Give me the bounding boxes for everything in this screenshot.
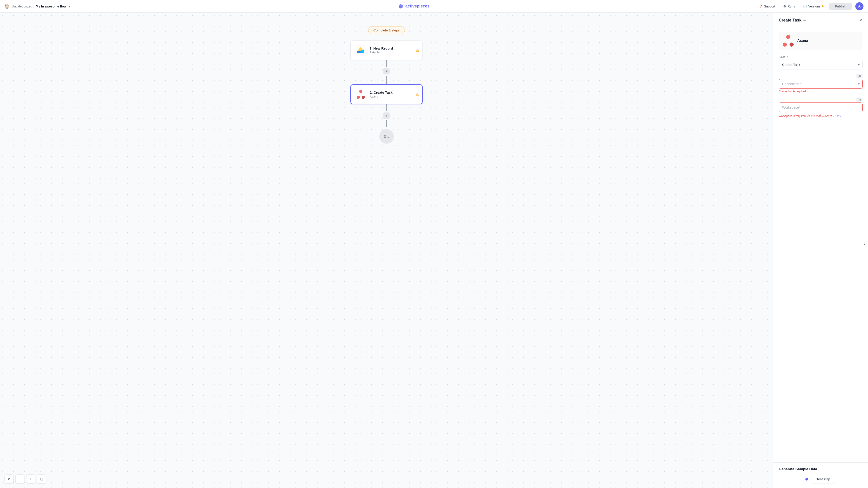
panel-body: Asana Action * Create Task Update Task D… [773, 27, 868, 462]
action-field-group: Action * Create Task Update Task Delete … [779, 55, 863, 69]
workspace-select-arrow: ▾ [864, 242, 865, 246]
close-panel-button[interactable]: × [859, 17, 863, 23]
reset-button[interactable]: ↺ [4, 475, 13, 484]
connection-error-message: Connection is required. [779, 90, 863, 93]
generate-sample-title: Generate Sample Data [779, 467, 863, 471]
support-button[interactable]: ❓ Support [756, 3, 777, 9]
node1-subtitle: Airtable [370, 51, 418, 54]
generate-sample-section: Generate Sample Data Test step [773, 462, 868, 488]
node-asana[interactable]: 2. Create Task Asana ⚠ [350, 84, 423, 104]
breadcrumb-separator: / [33, 4, 34, 8]
asana-icon-wrapper [355, 89, 366, 100]
flow-content: Complete 2 steps 1. [350, 26, 423, 144]
workspace-hint: Asana workspace to... [807, 114, 834, 117]
connector-line-1b [386, 76, 387, 83]
action-select[interactable]: Create Task Update Task Delete Task [779, 60, 862, 69]
breadcrumb-dropdown[interactable]: ▾ [68, 4, 71, 8]
runs-label: Runs [787, 4, 795, 8]
connection-select-wrapper: Connection * ▾ [779, 79, 863, 89]
workspace-more-link[interactable]: more [835, 114, 841, 117]
header-center: activepieces [398, 4, 430, 9]
asana-panel-bottom-right [789, 42, 794, 47]
connection-fx-badge[interactable]: (x) [856, 74, 863, 78]
complete-badge: Complete 2 steps [368, 26, 405, 34]
right-panel: Create Task ✏ × Asana Action * [773, 13, 868, 488]
asana-bottom-right-circle [362, 96, 365, 99]
add-step-button-2[interactable]: ＋ [383, 112, 390, 119]
panel-header: Create Task ✏ × [773, 13, 868, 27]
asana-top-circle [359, 90, 362, 93]
workspace-error-row: Workspace is required. Asana workspace t… [779, 113, 863, 118]
zoom-out-button[interactable]: − [16, 475, 24, 484]
header-left: 🏠 Uncategorized / My fn awesome flow ▾ [4, 4, 71, 9]
fit-button[interactable]: ⊡ [37, 475, 46, 484]
connection-fx-row: (x) [779, 74, 863, 78]
connector-line-2 [386, 104, 387, 111]
workspace-field-group: (x) Workspace* ▾ Workspace is required. … [779, 97, 863, 118]
action-label: Action * [779, 55, 863, 58]
runs-button[interactable]: ⚙ Runs [781, 3, 797, 9]
test-step-row: Test step [779, 475, 863, 484]
connection-select[interactable]: Connection * [779, 79, 862, 88]
node2-warning-icon: ⚠ [415, 92, 419, 97]
zoom-in-button[interactable]: ＋ [26, 475, 35, 484]
flow-container: Complete 2 steps 1. [0, 13, 773, 488]
support-icon: ❓ [759, 4, 763, 8]
workspace-select-wrapper: Workspace* ▾ [779, 103, 863, 112]
connector-line-2b [386, 120, 387, 127]
version-dot [822, 5, 824, 7]
runs-icon: ⚙ [783, 4, 786, 8]
publish-button[interactable]: Publish [829, 3, 852, 10]
main-layout: Complete 2 steps 1. [0, 13, 868, 488]
asana-bottom-left-circle [357, 96, 360, 99]
end-node[interactable]: End [379, 129, 394, 144]
asana-logo-node [356, 90, 365, 99]
asana-panel-top-circle [786, 35, 790, 39]
node1-warning-icon: ⚠ [416, 48, 419, 53]
add-step-button-1[interactable]: ＋ [383, 68, 390, 75]
test-step-button[interactable]: Test step [811, 475, 836, 484]
panel-title: Create Task ✏ [779, 18, 806, 23]
asana-panel-bottom-left [783, 42, 787, 47]
node2-subtitle: Asana [370, 95, 418, 98]
connector-line-1 [386, 60, 387, 67]
edit-title-icon[interactable]: ✏ [803, 19, 806, 22]
node-airtable[interactable]: 1. New Record Airtable ⚠ [350, 40, 423, 60]
activepieces-logo-text: activepieces [405, 4, 430, 8]
node1-info: 1. New Record Airtable [370, 47, 418, 54]
flow-canvas[interactable]: Complete 2 steps 1. [0, 13, 773, 488]
workspace-fx-badge[interactable]: (x) [856, 97, 863, 102]
versions-button[interactable]: 🕐 Versions [801, 3, 826, 9]
node2-info: 2. Create Task Asana [370, 90, 418, 98]
svg-rect-2 [357, 51, 361, 53]
support-label: Support [764, 4, 775, 8]
header-right: ❓ Support ⚙ Runs 🕐 Versions Publish A [756, 2, 864, 10]
test-dot-indicator [805, 478, 808, 481]
avatar[interactable]: A [855, 2, 864, 10]
action-required-marker: * [787, 55, 788, 58]
connector-1: ＋ [383, 60, 390, 84]
activepieces-logo-icon [398, 4, 403, 9]
canvas-controls: ↺ − ＋ ⊡ [4, 475, 46, 484]
workspace-select[interactable]: Workspace* [779, 103, 862, 112]
workspace-fx-row: (x) [779, 97, 863, 102]
home-icon[interactable]: 🏠 [4, 4, 9, 9]
header: 🏠 Uncategorized / My fn awesome flow ▾ a… [0, 0, 868, 13]
connector-2: ＋ [383, 104, 390, 127]
connection-field-group: (x) Connection * ▾ Connection is require… [779, 74, 863, 93]
connector-arrow-1 [385, 83, 388, 84]
versions-icon: 🕐 [803, 4, 807, 8]
service-block: Asana [779, 32, 863, 50]
breadcrumb: Uncategorized / My fn awesome flow ▾ [12, 4, 71, 8]
node2-title: 2. Create Task [370, 90, 418, 94]
workspace-error-message: Workspace is required. [779, 114, 807, 118]
service-name: Asana [797, 39, 808, 43]
node1-title: 1. New Record [370, 47, 418, 50]
panel-title-text: Create Task [779, 18, 802, 23]
airtable-icon-wrapper [355, 45, 366, 56]
versions-label: Versions [808, 4, 820, 8]
asana-logo-panel [782, 35, 794, 47]
breadcrumb-current: My fn awesome flow [36, 4, 66, 8]
breadcrumb-parent: Uncategorized [12, 4, 32, 8]
action-select-wrapper: Create Task Update Task Delete Task ▾ [779, 60, 863, 69]
